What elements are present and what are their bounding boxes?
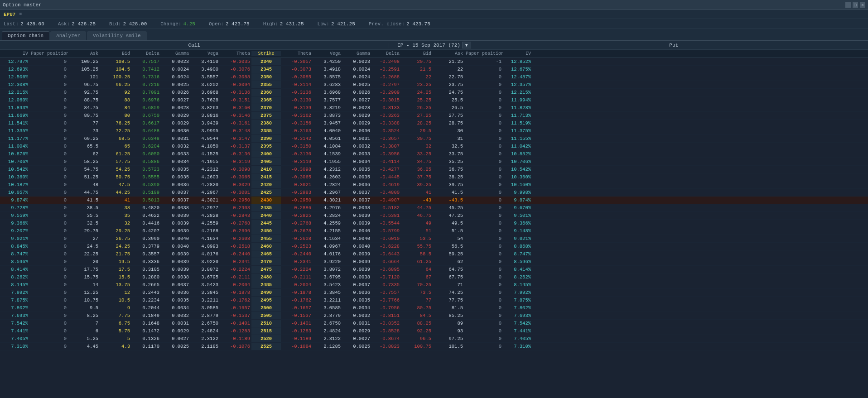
instrument-bar: EPU7 ≡: [0, 10, 868, 19]
table-row[interactable]: 10.057%044.7544.250.51990.00374.2967-0.3…: [0, 189, 868, 197]
open-price: Open: 2 423.75: [209, 21, 250, 27]
table-row[interactable]: 10.360%051.2550.750.55550.00354.2603-0.3…: [0, 173, 868, 181]
put-section-label: Put: [480, 43, 868, 48]
col-header-theta-call: Theta: [220, 51, 251, 56]
table-row[interactable]: 7.542%076.750.16480.00312.6750-0.1401251…: [0, 320, 868, 327]
table-row[interactable]: 7.875%010.7510.50.22340.00353.2211-0.176…: [0, 297, 868, 304]
col-header-delta-put: Delta: [371, 51, 401, 56]
expiry-label: EP - 15 Sep 2017 (72): [397, 43, 460, 48]
col-header-iv-call: IV: [0, 51, 29, 56]
table-row[interactable]: 11.004%065.5650.62040.00324.1050-0.31372…: [0, 143, 868, 150]
low-price: Low: 2 421.25: [318, 21, 355, 27]
expiry-dropdown-button[interactable]: ▼: [462, 42, 471, 48]
table-row[interactable]: 8.596%02019.50.33360.00393.9220-0.234124…: [0, 258, 868, 266]
table-row[interactable]: 7.992%012.25120.24430.00363.3845-0.18782…: [0, 289, 868, 297]
col-header-pp-call: Paper position: [29, 51, 68, 56]
table-row[interactable]: 9.366%032.5320.44160.00394.2559-0.276824…: [0, 220, 868, 227]
table-row[interactable]: 11.177%069.2568.50.63480.00314.0544-0.31…: [0, 135, 868, 143]
chain-section-header: Call EP - 15 Sep 2017 (72) ▼ Put: [0, 41, 868, 50]
table-row[interactable]: 12.797%0109.25108.50.75170.00233.4150-0.…: [0, 58, 868, 66]
col-header-strike: Strike: [251, 51, 281, 56]
col-header-ask-put: Ask: [433, 51, 464, 56]
col-header-vega-call: Vega: [190, 51, 220, 56]
table-row[interactable]: 7.802%09.590.20440.00343.0585-0.16572500…: [0, 304, 868, 312]
table-row[interactable]: 9.874%041.5410.50130.00374.3021-0.295024…: [0, 197, 868, 204]
chain-container: Call EP - 15 Sep 2017 (72) ▼ Put IV Pape…: [0, 41, 868, 398]
column-headers: IV Paper position Ask Bid Delta Gamma Ve…: [0, 50, 868, 58]
minimize-button[interactable]: _: [845, 2, 851, 8]
col-header-bid-call: Bid: [100, 51, 131, 56]
window-controls[interactable]: _ □ ×: [845, 2, 865, 8]
tab-bar: Option chain Analyzer Volatility smile: [0, 29, 868, 41]
ask-price: Ask: 2 428.25: [58, 21, 96, 27]
table-row[interactable]: 12.693%0105.25104.50.74120.00243.4900-0.…: [0, 66, 868, 73]
high-price: High: 2 431.25: [263, 21, 304, 27]
close-button[interactable]: ×: [860, 2, 865, 8]
table-row[interactable]: 11.541%07776.250.66170.00293.9439-0.3161…: [0, 120, 868, 127]
table-row[interactable]: 10.876%06261.250.60500.00334.1525-0.3136…: [0, 150, 868, 158]
title-bar: Option master _ □ ×: [0, 0, 868, 10]
col-header-ask-call: Ask: [68, 51, 100, 56]
col-header-delta-call: Delta: [131, 51, 161, 56]
col-header-iv-put: IV: [503, 51, 532, 56]
table-row[interactable]: 9.207%029.7529.250.42070.00394.2168-0.26…: [0, 227, 868, 235]
table-row[interactable]: 10.187%04847.50.53900.00364.2820-0.30292…: [0, 181, 868, 189]
expiry-selector[interactable]: EP - 15 Sep 2017 (72) ▼: [389, 42, 480, 48]
menu-icon[interactable]: ≡: [19, 12, 22, 17]
table-row[interactable]: 11.669%080.75800.67500.00293.8816-0.3146…: [0, 112, 868, 120]
table-row[interactable]: 11.335%07372.250.64880.00303.9995-0.3148…: [0, 127, 868, 135]
instrument-name: EPU7: [4, 12, 15, 17]
table-body: 12.797%0109.25108.50.75170.00233.4150-0.…: [0, 58, 868, 398]
prev-close: Prev. close: 2 423.75: [369, 21, 430, 27]
tab-volatility-smile[interactable]: Volatility smile: [87, 31, 147, 40]
table-row[interactable]: 9.559%035.5350.46220.00394.2828-0.284324…: [0, 212, 868, 220]
change: Change: 4.25: [160, 21, 195, 27]
call-section-label: Call: [0, 43, 389, 48]
table-row[interactable]: 8.845%024.524.250.37790.00404.0993-0.251…: [0, 243, 868, 250]
table-row[interactable]: 7.441%065.750.14720.00292.4824-0.1283251…: [0, 327, 868, 335]
col-header-vega-put: Vega: [313, 51, 342, 56]
table-row[interactable]: 7.405%05.2550.13260.00272.3122-0.1189252…: [0, 335, 868, 343]
table-row[interactable]: 12.215%092.75920.70910.00263.6968-0.3136…: [0, 89, 868, 96]
price-bar: Last: 2 428.00 Ask: 2 428.25 Bid: 2 428.…: [0, 19, 868, 29]
table-row[interactable]: 8.262%015.7515.50.28800.00383.6795-0.211…: [0, 273, 868, 281]
col-header-bid-put: Bid: [401, 51, 433, 56]
table-row[interactable]: 12.506%0101100.250.73160.00243.5557-0.30…: [0, 73, 868, 81]
col-header-theta-put: Theta: [281, 51, 313, 56]
col-header-gamma-call: Gamma: [161, 51, 190, 56]
table-row[interactable]: 10.706%058.2557.750.58860.00344.1955-0.3…: [0, 158, 868, 166]
app-title: Option master: [3, 2, 42, 8]
table-row[interactable]: 7.693%08.257.750.18490.00322.8779-0.1537…: [0, 312, 868, 320]
tab-option-chain[interactable]: Option chain: [2, 31, 49, 40]
table-row[interactable]: 9.021%02726.750.39900.00404.1634-0.26082…: [0, 235, 868, 243]
table-row[interactable]: 8.747%022.2521.750.35570.00394.0176-0.24…: [0, 250, 868, 258]
col-header-pp-put: Paper position: [464, 51, 503, 56]
table-row[interactable]: 11.893%084.75840.68590.00283.8263-0.3160…: [0, 104, 868, 112]
table-row[interactable]: 10.542%054.7554.250.57230.00354.2312-0.3…: [0, 166, 868, 173]
table-row[interactable]: 12.060%088.75880.69760.00273.7628-0.3151…: [0, 96, 868, 104]
maximize-button[interactable]: □: [853, 2, 858, 8]
table-row[interactable]: 8.145%01413.750.26650.00373.5423-0.20042…: [0, 281, 868, 289]
table-row[interactable]: 12.308%096.7596.250.72160.00253.6202-0.3…: [0, 81, 868, 89]
last-price: Last: 2 428.00: [4, 21, 44, 27]
table-row[interactable]: 8.414%017.7517.50.31050.00393.8072-0.222…: [0, 266, 868, 273]
bid-price: Bid: 2 428.00: [109, 21, 147, 27]
col-header-gamma-put: Gamma: [342, 51, 371, 56]
tab-analyzer[interactable]: Analyzer: [50, 31, 86, 40]
table-row[interactable]: 7.310%04.454.30.11700.00252.1185-0.10762…: [0, 343, 868, 350]
table-row[interactable]: 9.728%038.5380.48200.00384.2977-0.290324…: [0, 204, 868, 212]
